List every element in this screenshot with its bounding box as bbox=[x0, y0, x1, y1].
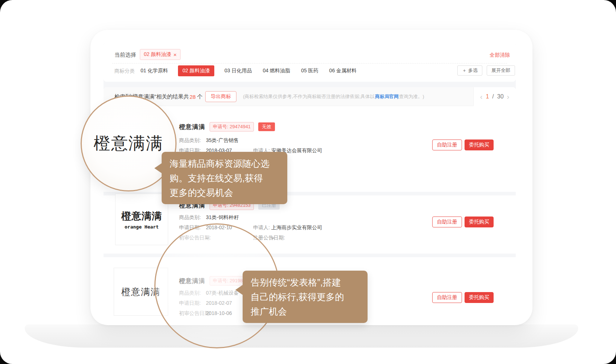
trademark-office-link[interactable]: 商标局官网 bbox=[375, 93, 399, 100]
self-register-button[interactable]: 自助注册 bbox=[432, 139, 462, 150]
trademark-image-subtext: orange Heart bbox=[125, 224, 159, 230]
reg-publish-value: – bbox=[271, 235, 274, 240]
category-item-03[interactable]: 03 日化用品 bbox=[224, 65, 252, 76]
pagination-current: 1 bbox=[486, 93, 489, 100]
page-sheet: 当前选择 02 颜料油漆 × 全部清除 商标分类 01 化学原料 02 颜料油漆… bbox=[0, 0, 616, 364]
results-count: 28 bbox=[190, 94, 196, 100]
results-disclaimer: (商标检索结果仅供参考,不作为商标能否注册的法律依据;具体以 商标局官网 查询为… bbox=[243, 87, 424, 106]
plus-icon: ＋ bbox=[462, 67, 467, 74]
category-label: 商品类别: bbox=[179, 214, 201, 221]
application-number-label: 申请号: bbox=[213, 124, 228, 129]
category-label: 商品类别: bbox=[179, 137, 201, 144]
selected-filter-tag-text: 02 颜料油漆 bbox=[144, 51, 171, 58]
tooltip-marketplace: 海量精品商标资源随心选 购。支持在线交易,获得 更多的交易机会 bbox=[162, 152, 287, 204]
self-register-button[interactable]: 自助注册 bbox=[432, 292, 462, 303]
laptop-base bbox=[25, 324, 578, 348]
entrust-buy-button[interactable]: 委托购买 bbox=[465, 217, 494, 227]
trademark-image-text: 橙意满满 bbox=[121, 210, 162, 223]
disclaimer-pre: (商标检索结果仅供参考,不作为商标能否注册的法律依据;具体以 bbox=[243, 93, 375, 100]
export-trademark-button[interactable]: 导出商标 bbox=[205, 91, 236, 102]
category-bar-label: 商标分类 bbox=[114, 68, 135, 74]
self-register-button[interactable]: 自助注册 bbox=[432, 217, 462, 227]
application-number-value: 29474941 bbox=[230, 124, 251, 129]
entrust-buy-button[interactable]: 委托购买 bbox=[465, 139, 494, 150]
row-title-line: 橙意满满 申请号: 29474941 无效 bbox=[179, 122, 275, 132]
filter-card: 当前选择 02 颜料油漆 × 全部清除 商标分类 01 化学原料 02 颜料油漆… bbox=[104, 43, 516, 82]
category-item-06[interactable]: 06 金属材料 bbox=[328, 65, 357, 76]
trademark-image[interactable]: 橙意满满 orange Heart bbox=[115, 194, 168, 245]
status-badge: 无效 bbox=[258, 122, 275, 131]
category-value: 31类-饲料种籽 bbox=[206, 214, 239, 221]
category-list: 01 化学原料 02 颜料油漆 03 日化用品 04 燃料油脂 05 医药 06… bbox=[140, 65, 357, 76]
pagination-total: 30 bbox=[497, 93, 504, 100]
tooltip-promotion: 告别传统“发表格”,搭建 自己的标行,获得更多的 推广机会 bbox=[243, 271, 368, 323]
divider bbox=[112, 63, 507, 64]
chevron-right-icon[interactable]: › bbox=[507, 93, 510, 100]
multi-select-label: 多选 bbox=[468, 67, 478, 74]
expand-all-button[interactable]: 展开全部 bbox=[487, 65, 515, 76]
category-item-02-selected[interactable]: 02 颜料油漆 bbox=[178, 65, 214, 76]
pagination: ‹ 1 / 30 › bbox=[473, 87, 516, 106]
category-item-01[interactable]: 01 化学原料 bbox=[140, 65, 169, 76]
pagination-separator: / bbox=[492, 93, 494, 100]
results-header: 检索到“橙意满满”相关的结果共 28 个 导出商标 (商标检索结果仅供参考,不作… bbox=[104, 87, 516, 106]
results-count-unit: 个 bbox=[197, 93, 203, 100]
category-item-04[interactable]: 04 燃料油脂 bbox=[262, 65, 291, 76]
page-canvas: 当前选择 02 颜料油漆 × 全部清除 商标分类 01 化学原料 02 颜料油漆… bbox=[0, 0, 616, 364]
current-selection-label: 当前选择 bbox=[114, 52, 136, 58]
disclaimer-suf: 查询为准。) bbox=[399, 93, 424, 100]
magnified-trademark-text: 橙意满满 bbox=[94, 132, 163, 155]
clear-all-link[interactable]: 全部清除 bbox=[490, 52, 510, 58]
category-value: 35类-广告销售 bbox=[206, 137, 239, 144]
category-item-05[interactable]: 05 医药 bbox=[300, 65, 319, 76]
applicant-value: 上海雨步实业有限公司 bbox=[271, 225, 322, 231]
multi-select-button[interactable]: ＋ 多选 bbox=[457, 65, 482, 76]
close-icon[interactable]: × bbox=[173, 52, 177, 57]
trademark-name: 橙意满满 bbox=[179, 123, 205, 131]
entrust-buy-button[interactable]: 委托购买 bbox=[465, 292, 494, 303]
chevron-left-icon[interactable]: ‹ bbox=[480, 93, 483, 100]
application-number-tag: 申请号: 29474941 bbox=[210, 122, 254, 132]
applicant-label: 申请人: bbox=[253, 225, 270, 231]
selected-filter-tag[interactable]: 02 颜料油漆 × bbox=[140, 49, 181, 60]
